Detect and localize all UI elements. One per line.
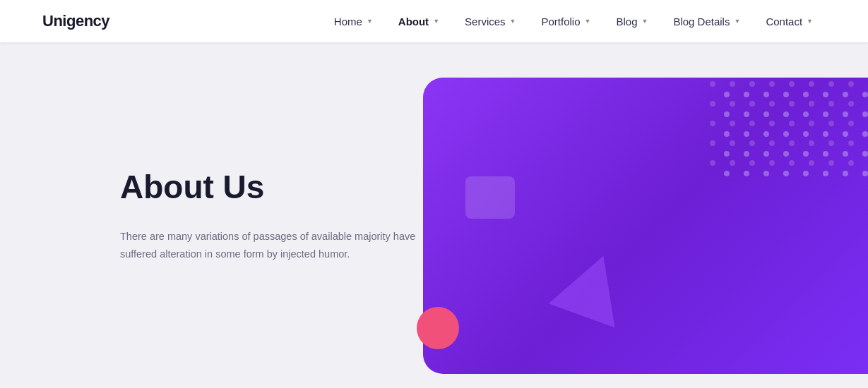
dot <box>862 111 868 117</box>
nav-item-about: About ▼ <box>386 0 452 42</box>
dot <box>803 171 809 176</box>
nav-link-blog-details[interactable]: Blog Details ▼ <box>660 0 753 42</box>
hero-section: About Us There are many variations of pa… <box>0 42 868 388</box>
dot <box>783 92 789 97</box>
dot <box>823 111 828 117</box>
nav-label-services: Services <box>465 16 506 28</box>
nav-label-blog: Blog <box>616 16 637 28</box>
dot <box>763 151 769 157</box>
logo[interactable]: Unigency <box>42 12 109 30</box>
nav-item-blog-details: Blog Details ▼ <box>660 0 753 42</box>
dot <box>744 131 749 137</box>
card-triangle-shape <box>549 244 637 328</box>
dot <box>763 171 769 176</box>
hero-description: There are many variations of passages of… <box>120 228 424 262</box>
chevron-down-icon: ▼ <box>433 18 439 25</box>
dot <box>823 92 828 97</box>
pink-circle-decoration <box>417 307 459 349</box>
card-dot-grid <box>724 92 868 183</box>
nav-link-services[interactable]: Services ▼ <box>452 0 528 42</box>
nav-link-blog[interactable]: Blog ▼ <box>603 0 660 42</box>
dot <box>783 151 789 157</box>
dot <box>724 171 730 176</box>
hero-purple-card <box>423 78 868 374</box>
chevron-down-icon: ▼ <box>641 18 648 25</box>
dot <box>744 171 749 176</box>
nav-item-services: Services ▼ <box>452 0 528 42</box>
nav-item-contact: Contact ▼ <box>753 0 826 42</box>
nav-label-contact: Contact <box>766 16 802 28</box>
dot <box>783 111 789 117</box>
nav-menu: Home ▼ About ▼ Services ▼ Portfolio ▼ Bl <box>321 0 826 42</box>
dot <box>763 92 769 97</box>
nav-link-home[interactable]: Home ▼ <box>321 0 386 42</box>
navbar: Unigency Home ▼ About ▼ Services ▼ Portf… <box>0 0 868 42</box>
chevron-down-icon: ▼ <box>807 18 813 25</box>
nav-link-portfolio[interactable]: Portfolio ▼ <box>529 0 604 42</box>
nav-label-about: About <box>398 16 429 28</box>
hero-text: About Us There are many variations of pa… <box>120 168 424 262</box>
nav-item-portfolio: Portfolio ▼ <box>529 0 604 42</box>
dot <box>843 92 848 97</box>
nav-item-blog: Blog ▼ <box>603 0 660 42</box>
dot <box>862 92 868 97</box>
dot <box>724 131 730 137</box>
dot <box>823 131 828 137</box>
dot <box>744 111 749 117</box>
chevron-down-icon: ▼ <box>367 18 373 25</box>
chevron-down-icon: ▼ <box>585 18 591 25</box>
dot <box>724 151 730 157</box>
card-square-shape <box>465 176 515 219</box>
nav-label-portfolio: Portfolio <box>542 16 581 28</box>
dot <box>843 111 848 117</box>
dot <box>862 151 868 157</box>
dot <box>803 111 809 117</box>
dot <box>803 131 809 137</box>
logo-uni: Uni <box>42 12 66 30</box>
dot <box>803 92 809 97</box>
nav-label-blog-details: Blog Details <box>673 16 730 28</box>
nav-item-home: Home ▼ <box>321 0 386 42</box>
dot <box>724 92 730 97</box>
dot <box>843 171 848 176</box>
dot <box>724 111 730 117</box>
dot <box>744 92 749 97</box>
chevron-down-icon: ▼ <box>510 18 516 25</box>
dot <box>843 131 848 137</box>
nav-link-about[interactable]: About ▼ <box>386 0 452 42</box>
dot <box>843 151 848 157</box>
chevron-down-icon: ▼ <box>734 18 740 25</box>
dot <box>862 171 868 176</box>
dot <box>763 111 769 117</box>
dot <box>744 151 749 157</box>
dot <box>783 171 789 176</box>
nav-link-contact[interactable]: Contact ▼ <box>753 0 826 42</box>
dot <box>862 131 868 137</box>
logo-gency: gency <box>66 12 109 30</box>
dot <box>783 131 789 137</box>
hero-title: About Us <box>120 168 424 207</box>
dot <box>763 131 769 137</box>
dot <box>803 151 809 157</box>
dot <box>823 171 828 176</box>
dot <box>823 151 828 157</box>
nav-label-home: Home <box>334 16 362 28</box>
